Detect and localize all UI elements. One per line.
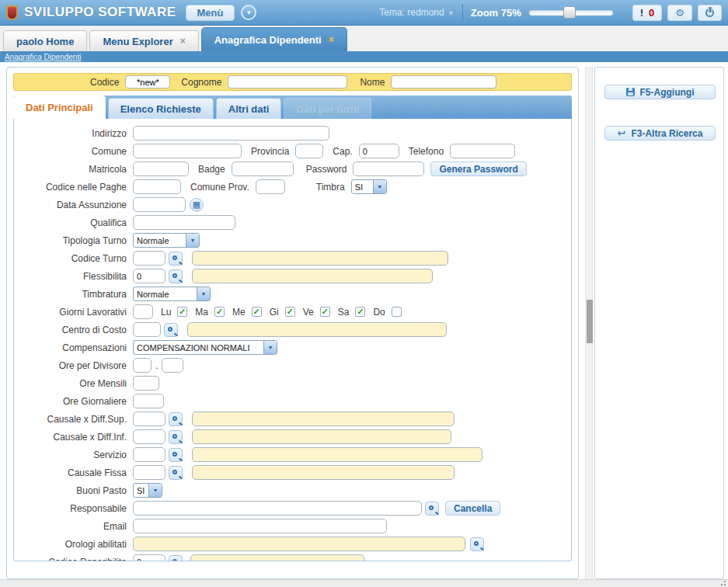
- header-separator: [462, 5, 463, 20]
- flessibilita-code-input[interactable]: [133, 269, 165, 283]
- tab-paolo-home[interactable]: paolo Home: [3, 30, 87, 51]
- zoom-slider[interactable]: [529, 10, 613, 16]
- codice-reperibilita-desc-input[interactable]: [190, 554, 364, 561]
- comune-prov-input[interactable]: [256, 179, 285, 194]
- orologi-abilitati-input[interactable]: [133, 537, 465, 551]
- responsabile-lookup-button[interactable]: [425, 502, 439, 516]
- form-tab-label: Dati Principali: [26, 102, 93, 113]
- codice-turno-lookup-button[interactable]: [169, 252, 183, 266]
- orologi-lookup-button[interactable]: [470, 537, 484, 551]
- provincia-input[interactable]: [295, 144, 323, 158]
- field-label: Telefono: [409, 146, 444, 157]
- row-matricola: Matricola Badge Password Genera Password: [14, 162, 571, 176]
- close-icon[interactable]: ×: [180, 36, 186, 47]
- telefono-input[interactable]: [450, 144, 515, 158]
- buoni-pasto-select[interactable]: SI ▼: [133, 483, 162, 498]
- causale-fissa-lookup-button[interactable]: [169, 466, 183, 480]
- tab-anagrafica-dipendenti[interactable]: Anagrafica Dipendenti ×: [201, 27, 347, 51]
- ore-divisore-int-input[interactable]: [133, 358, 152, 373]
- compensazioni-select[interactable]: COMPENSAZIONI NORMALI ▼: [133, 340, 277, 355]
- comune-input[interactable]: [133, 144, 242, 158]
- field-label: Ore per Divisore: [14, 360, 127, 371]
- field-label: Giorni Lavorativi: [14, 307, 127, 318]
- flessibilita-desc-input[interactable]: [192, 269, 433, 283]
- centro-costo-desc-input[interactable]: [187, 322, 447, 337]
- servizio-code-input[interactable]: [133, 447, 165, 462]
- ore-mensili-input[interactable]: [133, 376, 159, 391]
- zoom-slider-thumb[interactable]: [563, 6, 576, 19]
- app-title: SVILUPPO SOFTWARE: [24, 5, 176, 20]
- nome-input[interactable]: [391, 75, 496, 89]
- row-buoni-pasto: Buoni Pasto SI ▼: [14, 483, 571, 498]
- codice-turno-desc-input[interactable]: [192, 251, 448, 266]
- alerts-button[interactable]: ! 0: [632, 5, 663, 21]
- causale-fissa-code-input[interactable]: [133, 465, 165, 480]
- centro-costo-lookup-button[interactable]: [164, 323, 178, 337]
- causale-inf-lookup-button[interactable]: [169, 430, 183, 444]
- settings-button[interactable]: ⚙: [667, 5, 692, 21]
- collapse-header-button[interactable]: ▼: [241, 5, 256, 20]
- form-tab-dati-principali[interactable]: Dati Principali: [13, 96, 106, 119]
- qualifica-input[interactable]: [133, 215, 235, 230]
- badge-input[interactable]: [232, 162, 294, 176]
- tipologia-turno-select[interactable]: Normale ▼: [133, 233, 200, 248]
- genera-password-button[interactable]: Genera Password: [430, 162, 526, 176]
- calendar-button[interactable]: ▦: [190, 198, 204, 212]
- row-orologi-abilitati: Orologi abilitati: [14, 537, 571, 551]
- codice-turno-code-input[interactable]: [133, 251, 165, 266]
- vertical-scrollbar[interactable]: [585, 67, 593, 579]
- data-assunzione-input[interactable]: [133, 197, 186, 212]
- day-checkbox-me[interactable]: [252, 307, 262, 317]
- cancella-button[interactable]: Cancella: [445, 501, 500, 516]
- servizio-lookup-button[interactable]: [169, 448, 183, 462]
- cognome-input[interactable]: [228, 75, 347, 89]
- select-value: SI: [352, 182, 366, 192]
- servizio-desc-input[interactable]: [192, 447, 482, 462]
- form-tab-altri-dati[interactable]: Altri dati: [216, 98, 282, 119]
- cap-input[interactable]: [359, 144, 399, 158]
- cognome-label: Cognome: [181, 77, 221, 88]
- form-tab-elenco-richieste[interactable]: Elenco Richieste: [108, 98, 214, 119]
- logout-button[interactable]: [698, 5, 722, 21]
- password-input[interactable]: [353, 162, 424, 176]
- codice-reperibilita-lookup-button[interactable]: [169, 555, 183, 562]
- row-ore-mensili: Ore Mensili: [14, 376, 571, 391]
- day-checkbox-lu[interactable]: [177, 307, 187, 317]
- day-checkbox-sa[interactable]: [355, 307, 365, 317]
- giorni-lavorativi-input[interactable]: [133, 304, 153, 319]
- codice-input[interactable]: [125, 75, 170, 89]
- row-centro-di-costo: Centro di Costo: [14, 322, 571, 337]
- indirizzo-input[interactable]: [133, 126, 329, 141]
- scrollbar-thumb[interactable]: [587, 300, 593, 343]
- breadcrumb[interactable]: Anagrafica Dipendenti: [5, 53, 81, 61]
- ore-divisore-dec-input[interactable]: [162, 358, 183, 373]
- codice-paghe-input[interactable]: [133, 179, 181, 194]
- causale-sup-code-input[interactable]: [133, 412, 165, 426]
- codice-reperibilita-code-input[interactable]: [133, 554, 165, 561]
- causale-inf-code-input[interactable]: [133, 429, 165, 444]
- centro-costo-code-input[interactable]: [133, 322, 161, 337]
- causale-sup-lookup-button[interactable]: [169, 412, 183, 426]
- causale-sup-desc-input[interactable]: [192, 412, 455, 426]
- responsabile-input[interactable]: [133, 501, 422, 516]
- causale-inf-desc-input[interactable]: [192, 429, 451, 444]
- field-label: Centro di Costo: [14, 325, 127, 335]
- timbratura-select[interactable]: Normale ▼: [133, 287, 211, 301]
- email-input[interactable]: [133, 519, 387, 533]
- day-checkbox-ve[interactable]: [320, 307, 330, 317]
- day-checkbox-gi[interactable]: [285, 307, 295, 317]
- tab-menu-explorer[interactable]: Menu Explorer ×: [89, 30, 198, 51]
- back-arrow-icon: ↩: [618, 128, 626, 138]
- close-icon[interactable]: ×: [329, 34, 334, 45]
- flessibilita-lookup-button[interactable]: [169, 269, 183, 283]
- theme-selector[interactable]: Tema: redmond ▾: [379, 7, 452, 18]
- menu-button[interactable]: Menù: [186, 5, 235, 21]
- f3-altra-ricerca-button[interactable]: ↩ F3-Altra Ricerca: [604, 126, 716, 141]
- matricola-input[interactable]: [133, 162, 189, 176]
- day-checkbox-do[interactable]: [392, 307, 402, 317]
- timbra-select[interactable]: SI ▼: [351, 179, 387, 194]
- day-checkbox-ma[interactable]: [214, 307, 225, 317]
- causale-fissa-desc-input[interactable]: [192, 465, 455, 480]
- f5-aggiungi-button[interactable]: F5-Aggiungi: [604, 85, 716, 99]
- ore-giornaliere-input[interactable]: [133, 394, 164, 408]
